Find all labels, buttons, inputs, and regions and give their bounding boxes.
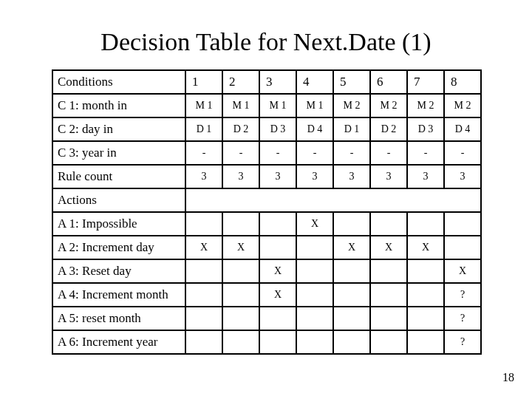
cell	[296, 236, 333, 259]
cell	[259, 330, 296, 354]
cell: X	[370, 236, 407, 259]
cell: M 1	[185, 94, 222, 117]
col-header: 6	[370, 70, 407, 94]
cell: X	[407, 236, 444, 259]
cell: -	[185, 141, 222, 165]
cell: 3	[333, 165, 370, 188]
cell	[185, 283, 222, 307]
cell	[296, 283, 333, 307]
cell: 3	[444, 165, 481, 188]
row-label: A 3: Reset day	[52, 259, 185, 283]
col-header: 5	[333, 70, 370, 94]
row-label: A 5: reset month	[52, 307, 185, 330]
row-label: A 6: Increment year	[52, 330, 185, 354]
table-row: A 3: Reset day X X	[52, 259, 481, 283]
cell	[185, 212, 222, 236]
cell: -	[444, 141, 481, 165]
decision-table: Conditions 1 2 3 4 5 6 7 8 C 1: month in…	[52, 69, 480, 355]
cell	[259, 212, 296, 236]
cell	[370, 283, 407, 307]
cell	[259, 307, 296, 330]
row-label: A 4: Increment month	[52, 283, 185, 307]
header-row: Conditions 1 2 3 4 5 6 7 8	[52, 70, 481, 94]
cell: X	[259, 259, 296, 283]
cell: -	[222, 141, 259, 165]
conditions-header: Conditions	[52, 70, 185, 94]
cell: M 2	[444, 94, 481, 117]
cell: D 1	[333, 117, 370, 141]
cell: M 2	[407, 94, 444, 117]
cell	[407, 330, 444, 354]
cell	[333, 212, 370, 236]
table-row: Rule count 3 3 3 3 3 3 3 3	[52, 165, 481, 188]
row-label: A 2: Increment day	[52, 236, 185, 259]
cell	[259, 236, 296, 259]
table-row: A 5: reset month ?	[52, 307, 481, 330]
cell: D 2	[370, 117, 407, 141]
row-label: A 1: Impossible	[52, 212, 185, 236]
col-header: 8	[444, 70, 481, 94]
table-row: A 4: Increment month X ?	[52, 283, 481, 307]
cell	[296, 330, 333, 354]
page-title: Decision Table for Next.Date (1)	[0, 28, 532, 56]
cell	[407, 212, 444, 236]
cell: X	[444, 259, 481, 283]
table-row: A 6: Increment year ?	[52, 330, 481, 354]
cell: X	[222, 236, 259, 259]
cell: D 4	[444, 117, 481, 141]
cell	[222, 307, 259, 330]
table-row: A 1: Impossible X	[52, 212, 481, 236]
col-header: 7	[407, 70, 444, 94]
actions-section-row: Actions	[52, 188, 481, 212]
cell: D 1	[185, 117, 222, 141]
cell: M 1	[222, 94, 259, 117]
cell	[185, 330, 222, 354]
cell: 3	[296, 165, 333, 188]
cell	[296, 259, 333, 283]
cell: ?	[444, 307, 481, 330]
table-row: C 2: day in D 1 D 2 D 3 D 4 D 1 D 2 D 3 …	[52, 117, 481, 141]
cell	[222, 330, 259, 354]
actions-header: Actions	[52, 188, 185, 212]
cell	[185, 259, 222, 283]
cell: D 3	[259, 117, 296, 141]
cell: 3	[407, 165, 444, 188]
cell	[370, 259, 407, 283]
cell	[222, 212, 259, 236]
cell: X	[333, 236, 370, 259]
cell: X	[259, 283, 296, 307]
cell: D 3	[407, 117, 444, 141]
page-number: 18	[502, 371, 514, 384]
row-label: C 1: month in	[52, 94, 185, 117]
cell	[185, 307, 222, 330]
row-label: C 2: day in	[52, 117, 185, 141]
cell: D 2	[222, 117, 259, 141]
cell: X	[296, 212, 333, 236]
cell: M 2	[333, 94, 370, 117]
cell	[296, 307, 333, 330]
cell: M 1	[296, 94, 333, 117]
cell: X	[185, 236, 222, 259]
cell: M 2	[370, 94, 407, 117]
cell	[444, 236, 481, 259]
cell	[407, 283, 444, 307]
cell	[370, 330, 407, 354]
cell	[370, 212, 407, 236]
cell	[444, 212, 481, 236]
table-row: C 1: month in M 1 M 1 M 1 M 1 M 2 M 2 M …	[52, 94, 481, 117]
cell: 3	[259, 165, 296, 188]
cell	[222, 259, 259, 283]
col-header: 2	[222, 70, 259, 94]
empty-cell	[185, 188, 481, 212]
cell: ?	[444, 283, 481, 307]
table-row: A 2: Increment day X X X X X	[52, 236, 481, 259]
cell	[407, 259, 444, 283]
cell: 3	[370, 165, 407, 188]
col-header: 1	[185, 70, 222, 94]
cell	[333, 307, 370, 330]
cell: ?	[444, 330, 481, 354]
cell: -	[370, 141, 407, 165]
cell: 3	[185, 165, 222, 188]
cell	[333, 283, 370, 307]
cell: 3	[222, 165, 259, 188]
